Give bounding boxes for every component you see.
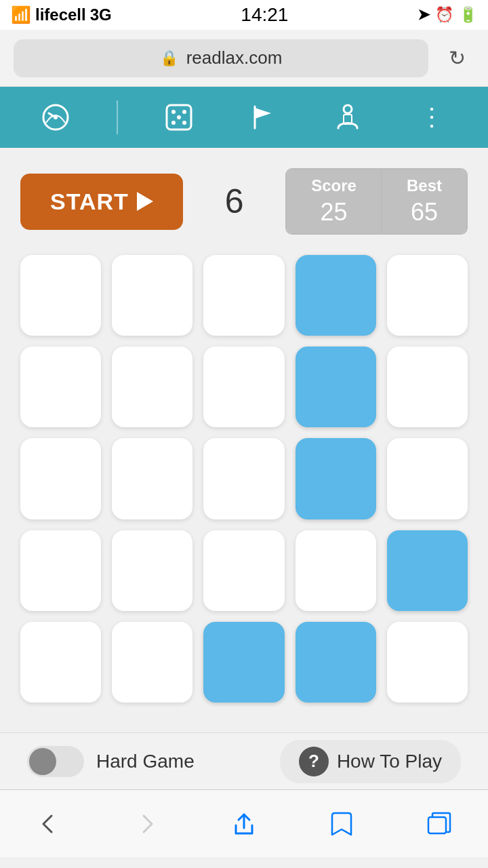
ios-bookmarks-button[interactable] — [308, 797, 375, 851]
nav-more[interactable]: ⋮ — [409, 94, 456, 141]
score-value: 25 — [311, 198, 357, 226]
clock: 14:21 — [241, 4, 288, 26]
grid-cell[interactable] — [112, 530, 192, 611]
grid-cell[interactable] — [112, 255, 192, 336]
question-icon: ? — [299, 747, 329, 776]
bookmarks-icon — [329, 812, 354, 836]
url-text: readlax.com — [186, 47, 283, 68]
ios-tabs-button[interactable] — [405, 797, 473, 851]
svg-point-8 — [344, 105, 352, 113]
nav-bar: ⋮ — [0, 87, 488, 148]
nav-dice[interactable] — [155, 94, 203, 141]
grid-cell[interactable] — [20, 347, 101, 427]
svg-point-7 — [177, 115, 181, 119]
carrier-name: lifecell — [35, 5, 86, 24]
hard-game-label: Hard Game — [96, 751, 195, 772]
grid-cell[interactable] — [20, 255, 101, 336]
network-type: 3G — [90, 5, 112, 24]
how-to-play-button[interactable]: ? How To Play — [280, 740, 461, 783]
reload-button[interactable]: ↻ — [439, 41, 474, 76]
hard-game-section: Hard Game — [27, 746, 195, 777]
svg-point-4 — [182, 110, 186, 114]
svg-point-3 — [171, 110, 176, 114]
grid-cell[interactable] — [296, 622, 376, 703]
ios-forward-button[interactable] — [113, 797, 180, 851]
how-to-label: How To Play — [337, 751, 442, 772]
battery-icon: 🔋 — [459, 6, 477, 24]
dice-icon — [164, 102, 194, 132]
grid-cell[interactable] — [387, 347, 468, 427]
ios-back-button[interactable] — [15, 797, 83, 851]
grid-cell[interactable] — [296, 347, 376, 427]
grid-cell[interactable] — [112, 347, 192, 427]
grid-cell[interactable] — [20, 530, 101, 611]
url-bar[interactable]: 🔒 readlax.com — [14, 39, 428, 77]
grid-cell[interactable] — [387, 622, 468, 703]
grid-cell[interactable] — [387, 255, 468, 336]
score-column: Score 25 — [287, 170, 382, 233]
svg-point-5 — [171, 121, 176, 125]
more-icon: ⋮ — [420, 103, 445, 132]
grid-cell[interactable] — [112, 622, 192, 703]
bottom-bar: Hard Game ? How To Play — [0, 732, 488, 789]
hard-game-toggle[interactable] — [27, 746, 84, 777]
best-label: Best — [407, 176, 442, 195]
status-icons: ➤ ⏰ 🔋 — [418, 6, 477, 24]
carrier-info: 📶 lifecell 3G — [11, 5, 112, 24]
play-icon — [137, 192, 153, 211]
start-button[interactable]: START — [20, 174, 183, 230]
best-column: Best 65 — [382, 170, 466, 233]
start-label: START — [50, 189, 129, 215]
grid-cell[interactable] — [203, 438, 284, 519]
score-board: Score 25 Best 65 — [285, 168, 468, 235]
location-icon: ➤ — [418, 6, 430, 24]
grid-cell[interactable] — [203, 347, 284, 427]
nav-divider — [117, 100, 118, 134]
move-counter: 6 — [225, 182, 244, 221]
ios-share-button[interactable] — [210, 797, 278, 851]
game-grid — [20, 255, 468, 703]
grid-cell[interactable] — [203, 255, 284, 336]
toggle-knob — [29, 748, 56, 775]
nav-speedometer[interactable] — [32, 94, 79, 141]
lock-icon: 🔒 — [160, 50, 178, 67]
alarm-icon: ⏰ — [435, 6, 453, 24]
grid-cell[interactable] — [20, 622, 101, 703]
nav-flag[interactable] — [239, 94, 287, 141]
flag-icon — [248, 102, 278, 132]
status-bar: 📶 lifecell 3G 14:21 ➤ ⏰ 🔋 — [0, 0, 488, 30]
grid-cell[interactable] — [296, 530, 376, 611]
back-icon — [37, 812, 61, 836]
forward-icon — [134, 812, 159, 836]
ios-nav — [0, 789, 488, 857]
grid-cell[interactable] — [296, 255, 376, 336]
grid-cell[interactable] — [296, 438, 376, 519]
grid-cell[interactable] — [20, 438, 101, 519]
grid-cell[interactable] — [203, 530, 284, 611]
score-label: Score — [311, 176, 357, 195]
top-controls: START 6 Score 25 Best 65 — [20, 168, 468, 235]
speedometer-icon — [41, 102, 70, 132]
best-value: 65 — [407, 198, 442, 226]
svg-point-6 — [182, 121, 186, 125]
grid-cell[interactable] — [112, 438, 192, 519]
grid-cell[interactable] — [387, 438, 468, 519]
book-person-icon — [333, 102, 363, 132]
nav-book[interactable] — [324, 94, 371, 141]
grid-cell[interactable] — [387, 530, 468, 611]
game-area: START 6 Score 25 Best 65 — [0, 148, 488, 732]
browser-bar: 🔒 readlax.com ↻ — [0, 30, 488, 87]
share-icon — [232, 812, 256, 836]
svg-rect-10 — [428, 817, 446, 833]
grid-cell[interactable] — [203, 622, 284, 703]
signal-icon: 📶 — [11, 5, 31, 24]
tabs-icon — [427, 812, 451, 836]
